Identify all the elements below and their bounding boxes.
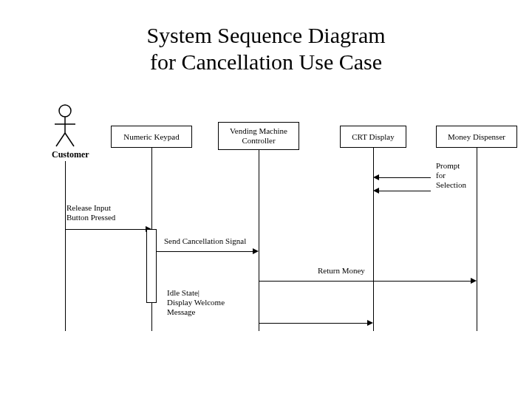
stick-figure-icon — [52, 103, 78, 148]
participant-crt-display: CRT Display — [340, 126, 406, 148]
svg-line-3 — [56, 133, 65, 146]
lifeline-dispenser — [477, 148, 477, 331]
arrow-idle-state — [259, 323, 367, 324]
msg-send-cancellation: Send Cancellation Signal — [164, 236, 246, 245]
arrow-head-prompt-2 — [373, 188, 379, 194]
arrow-prompt — [379, 177, 431, 178]
arrow-head-prompt — [373, 174, 379, 180]
arrow-send-cancel — [157, 251, 253, 252]
svg-point-0 — [59, 105, 71, 117]
diagram-title: System Sequence Diagram for Cancellation… — [0, 22, 532, 75]
participant-numeric-keypad: Numeric Keypad — [111, 126, 192, 148]
note-prompt-for-selection: Prompt for Selection — [436, 161, 466, 191]
activation-keypad — [146, 229, 157, 303]
note-idle-state: Idle State| Display Welcome Message — [167, 288, 225, 318]
lifeline-customer — [65, 161, 66, 331]
arrow-head-send-cancel — [253, 248, 259, 254]
svg-line-4 — [65, 133, 74, 146]
arrow-return-money — [259, 281, 471, 282]
arrow-head-idle-state — [367, 320, 373, 326]
actor-customer: Customer — [52, 103, 89, 160]
arrow-prompt-2 — [379, 191, 431, 191]
arrow-head-return-money — [471, 278, 477, 284]
note-release-input: Release Input Button Pressed — [66, 203, 115, 222]
participant-vending-controller: Vending Machine Controller — [218, 122, 299, 150]
lifeline-controller — [259, 150, 259, 331]
participant-money-dispenser: Money Dispenser — [436, 126, 517, 148]
arrow-release-input — [65, 229, 146, 230]
actor-label: Customer — [52, 149, 89, 160]
msg-return-money: Return Money — [318, 266, 365, 275]
